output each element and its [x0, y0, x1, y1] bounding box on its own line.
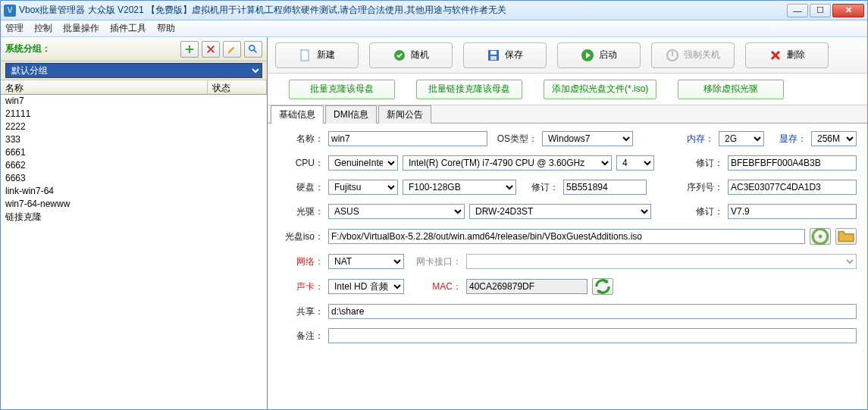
list-item[interactable]: win7-64-newww [1, 198, 267, 211]
list-item[interactable]: 6661 [1, 146, 267, 159]
vm-list-header: 名称 状态 [1, 80, 267, 95]
add-iso-button[interactable]: 添加虚拟光盘文件(*.iso) [544, 80, 656, 99]
force-off-button[interactable]: 强制关机 [651, 42, 735, 68]
mac-label: MAC： [409, 280, 462, 293]
tab-dmi[interactable]: DMI信息 [325, 105, 377, 124]
delete-group-button[interactable] [202, 41, 220, 58]
new-button[interactable]: 新建 [275, 42, 359, 68]
search-group-button[interactable] [244, 41, 262, 58]
name-input[interactable] [328, 131, 487, 146]
maximize-button[interactable]: ☐ [810, 4, 831, 17]
window-title: Vbox批量管理器 大众版 V2021 【免费版】虚拟机用于计算机工程师软硬件测… [19, 4, 787, 17]
svg-rect-5 [490, 56, 497, 60]
optical-rev-label: 修订： [685, 205, 723, 218]
list-item[interactable]: 链接克隆 [1, 211, 267, 224]
start-button[interactable]: 启动 [557, 42, 641, 68]
tab-basic[interactable]: 基础信息 [271, 105, 324, 124]
edit-group-button[interactable] [223, 41, 241, 58]
titlebar: V Vbox批量管理器 大众版 V2021 【免费版】虚拟机用于计算机工程师软硬… [1, 1, 867, 20]
iso-disc-button[interactable] [810, 228, 831, 245]
iso-input[interactable] [328, 229, 805, 244]
tab-news[interactable]: 新闻公告 [378, 105, 431, 124]
cpu-label: CPU： [278, 157, 324, 170]
menu-plugin[interactable]: 插件工具 [110, 22, 146, 35]
vram-label: 显存： [769, 133, 807, 146]
cpu-count-select[interactable]: 4 [616, 155, 654, 171]
note-label: 备注： [278, 330, 324, 343]
os-label: OS类型： [492, 133, 537, 146]
nic-select [466, 254, 857, 269]
disk-vendor-select[interactable]: Fujitsu [328, 180, 398, 195]
audio-label: 声卡： [278, 280, 324, 293]
menu-batch[interactable]: 批量操作 [63, 22, 99, 35]
optical-rev-input[interactable] [728, 204, 857, 219]
iso-label: 光盘iso： [278, 230, 324, 243]
tab-row: 基础信息 DMI信息 新闻公告 [268, 105, 867, 124]
add-group-button[interactable] [180, 41, 199, 58]
mac-refresh-button[interactable] [592, 278, 613, 295]
app-icon: V [4, 5, 16, 17]
sub-toolbar: 批量克隆该母盘 批量链接克隆该母盘 添加虚拟光盘文件(*.iso) 移除虚拟光驱 [268, 74, 867, 105]
cpu-rev-input[interactable] [728, 155, 857, 171]
menu-help[interactable]: 帮助 [157, 22, 175, 35]
col-status[interactable]: 状态 [208, 80, 267, 94]
menubar: 管理 控制 批量操作 插件工具 帮助 [1, 20, 867, 37]
optical-label: 光驱： [278, 205, 324, 218]
mac-input[interactable] [466, 279, 588, 294]
minimize-button[interactable]: — [787, 4, 808, 17]
name-label: 名称： [278, 133, 324, 146]
svg-rect-4 [490, 51, 497, 55]
list-item[interactable]: 333 [1, 133, 267, 146]
cpu-model-select[interactable]: Intel(R) Core(TM) i7-4790 CPU @ 3.60GHz [403, 155, 612, 171]
iso-browse-button[interactable] [835, 228, 857, 245]
note-input[interactable] [328, 328, 857, 343]
share-input[interactable] [328, 304, 857, 319]
os-select[interactable]: Windows7 [542, 131, 633, 146]
disk-sn-input[interactable] [728, 180, 857, 195]
main-toolbar: 新建 随机 保存 启动 强制关机 删除 [268, 37, 867, 74]
remove-iso-button[interactable]: 移除虚拟光驱 [678, 80, 784, 99]
optical-vendor-select[interactable]: ASUS [328, 204, 465, 219]
cpu-rev-label: 修订： [685, 157, 723, 170]
svg-point-9 [819, 235, 823, 239]
disk-rev-input[interactable] [563, 180, 647, 195]
left-panel: 系统分组： 默认分组 名称 状态 win7 21111 2222 333 666… [1, 37, 268, 409]
list-item[interactable]: win7 [1, 95, 267, 108]
net-label: 网络： [278, 255, 324, 268]
disk-rev-label: 修订： [521, 181, 559, 194]
vram-select[interactable]: 256M [811, 131, 857, 146]
save-button[interactable]: 保存 [463, 42, 547, 68]
cpu-vendor-select[interactable]: GenuineIntel [328, 155, 398, 171]
random-button[interactable]: 随机 [369, 42, 453, 68]
close-button[interactable]: ✕ [832, 4, 864, 17]
disk-model-select[interactable]: F100-128GB [403, 180, 516, 195]
disk-sn-label: 序列号： [678, 181, 723, 194]
disk-label: 硬盘： [278, 181, 324, 194]
net-select[interactable]: NAT [328, 254, 404, 269]
group-label: 系统分组： [5, 42, 51, 55]
list-item[interactable]: 6662 [1, 159, 267, 172]
list-item[interactable]: 6663 [1, 172, 267, 185]
share-label: 共享： [278, 305, 324, 318]
list-item[interactable]: link-win7-64 [1, 185, 267, 198]
svg-point-0 [249, 45, 255, 50]
group-select[interactable]: 默认分组 [5, 63, 262, 78]
batch-link-clone-button[interactable]: 批量链接克隆该母盘 [416, 80, 522, 99]
optical-model-select[interactable]: DRW-24D3ST [469, 204, 651, 219]
list-item[interactable]: 21111 [1, 108, 267, 120]
col-name[interactable]: 名称 [1, 80, 208, 94]
audio-select[interactable]: Intel HD 音频 [328, 279, 404, 294]
nic-label: 网卡接口： [409, 255, 462, 268]
mem-select[interactable]: 2G [719, 131, 764, 146]
mem-label: 内存： [669, 133, 714, 146]
list-item[interactable]: 2222 [1, 120, 267, 133]
vm-list[interactable]: win7 21111 2222 333 6661 6662 6663 link-… [1, 95, 267, 409]
delete-button[interactable]: 删除 [745, 42, 829, 68]
menu-control[interactable]: 控制 [34, 22, 52, 35]
batch-clone-button[interactable]: 批量克隆该母盘 [289, 80, 395, 99]
form-area: 名称： OS类型： Windows7 内存： 2G 显存： 256M CPU： … [268, 124, 867, 409]
right-panel: 新建 随机 保存 启动 强制关机 删除 批量克隆该母盘 批量链接克隆该母盘 添加… [268, 37, 867, 409]
menu-manage[interactable]: 管理 [5, 22, 24, 35]
